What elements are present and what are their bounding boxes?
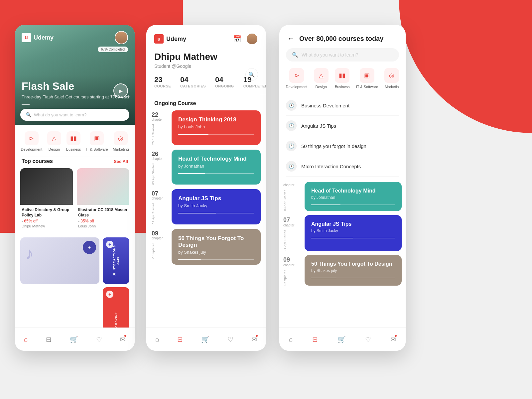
p3-chapter-label-3: chapter xyxy=(283,263,294,267)
bottom-nav-3: ⌂ ⊟ 🛒 ♡ ✉ xyxy=(279,328,406,351)
phone3-app-header: ← Over 80,000 courses today xyxy=(279,25,406,48)
home-icon-2: ⌂ xyxy=(155,335,159,343)
search-bar-1[interactable]: 🔍 What do you want to learn? xyxy=(20,109,129,121)
recent-item-4[interactable]: 🕐 MIcro Interaction Concepts xyxy=(286,156,399,177)
category-design[interactable]: △ Design xyxy=(47,131,61,151)
nav-heart[interactable]: ♡ xyxy=(96,335,102,343)
p3-date-1: 03 Apr Started xyxy=(283,190,287,211)
nav2-cart[interactable]: 🛒 xyxy=(201,335,209,343)
date-text-3: 01 Apr Started xyxy=(152,203,155,224)
progress-fill-2 xyxy=(178,173,205,174)
course-card-50things[interactable]: 50 Things You Forgot To Design by Shakes… xyxy=(172,229,261,265)
phone3-course-list: chapter 03 Apr Started Head of Technolog… xyxy=(279,182,406,286)
p3-title-1: Head of Technology Mind xyxy=(311,188,395,194)
nav2-bookmark[interactable]: ⊟ xyxy=(177,335,183,343)
cat3-it-software[interactable]: ▣ IT & Software xyxy=(356,68,378,89)
udemy-app-name-2: Udemy xyxy=(166,36,186,43)
course-row-1: 22 chapter 25 Jul Started Design Thinkin… xyxy=(152,110,261,145)
user-avatar[interactable] xyxy=(115,31,128,44)
thumb-sub-group: + UI INTERACTIONS #125 + MAGAZINE xyxy=(103,237,129,334)
course-card-author-4: by Shakes july xyxy=(178,250,254,255)
course-card-angular[interactable]: Angular JS Tips by Smith Jacky xyxy=(172,189,261,224)
search-placeholder-3: What do you want to learn? xyxy=(302,52,358,58)
ongoing-section-label: Ongoing Course xyxy=(146,95,266,110)
nav3-home[interactable]: ⌂ xyxy=(289,335,293,343)
phone2-app-header: u Udemy 📅 xyxy=(146,25,266,50)
stat-categories: 04 CATEGORIES xyxy=(180,75,206,88)
category-business[interactable]: ▮▮ Business xyxy=(66,131,81,151)
search-bar-3[interactable]: 🔍 What do you want to learn? xyxy=(286,48,399,62)
back-button[interactable]: ← xyxy=(287,34,295,43)
user-avatar-2[interactable] xyxy=(246,33,258,45)
thumbnail-ui-interactions[interactable]: + UI INTERACTIONS #125 xyxy=(103,237,129,284)
stat-ongoing-label: ONGOING xyxy=(215,84,234,88)
course-date-col-4: 09 chapter Completed xyxy=(152,229,168,265)
phone3-date-col-1: chapter 03 Apr Started xyxy=(283,182,301,211)
thumbnail-main[interactable]: ♪ + xyxy=(20,237,99,284)
udemy-app-name: Udemy xyxy=(34,34,54,41)
course-date-col-2: 26 chapter 03 Apr Started xyxy=(152,150,168,185)
category-development[interactable]: ⊳ Development xyxy=(21,131,42,151)
nav-message[interactable]: ✉ xyxy=(120,335,126,343)
bottom-nav-1: ⌂ ⊟ 🛒 ♡ ✉ xyxy=(15,328,135,351)
cat3-marketing[interactable]: ◎ Marketin xyxy=(384,68,399,89)
p3-chapter-label-2: chapter xyxy=(283,223,294,227)
category-it-software[interactable]: ▣ IT & Software xyxy=(86,131,108,151)
nav2-message[interactable]: ✉ xyxy=(251,335,257,343)
course-author-1: Dhipu Mathew xyxy=(22,224,71,228)
phone3-card-angular[interactable]: Angular JS Tips by Smith Jacky xyxy=(305,215,402,251)
course-card-technology[interactable]: Head of Technology Mind by Johnathan xyxy=(172,150,261,185)
recent-item-1[interactable]: 🕐 Business Develoment xyxy=(286,95,399,116)
recent-list: 🕐 Business Develoment 🕐 Angular JS Tips … xyxy=(279,95,406,182)
p3-fill-3 xyxy=(311,278,336,278)
nav-bookmark[interactable]: ⊟ xyxy=(46,335,52,343)
course-date-col-3: 07 chapter 01 Apr Started xyxy=(152,189,168,224)
see-all-button[interactable]: See All xyxy=(114,159,128,164)
course-card-2[interactable]: Illustrator CC 2018 Master Class - 35% o… xyxy=(77,168,129,228)
search-button[interactable]: 🔍 xyxy=(245,68,258,81)
chapter-num-2: 26 xyxy=(152,151,158,157)
thumbnail-magazine[interactable]: + MAGAZINE xyxy=(103,287,129,334)
ui-interactions-label: UI INTERACTIONS #125 xyxy=(113,241,119,281)
date-text-1: 25 Jul Started xyxy=(152,124,155,145)
avatar-image xyxy=(115,32,127,44)
nav2-heart[interactable]: ♡ xyxy=(227,335,233,343)
progress-bar-2 xyxy=(178,173,254,174)
thumb-play-icon: + xyxy=(83,241,96,254)
phone3-categories: ⊳ Development △ Design ▮▮ Business ▣ IT … xyxy=(279,68,406,95)
progress-bar-1 xyxy=(178,134,254,135)
nav2-home[interactable]: ⌂ xyxy=(155,335,159,343)
p3-author-1: by Johnathan xyxy=(311,195,395,200)
phone3-card-technology[interactable]: Head of Technology Mind by Johnathan xyxy=(305,182,402,211)
calendar-icon[interactable]: 📅 xyxy=(233,35,241,43)
course-info-2: Illustrator CC 2018 Master Class - 35% o… xyxy=(77,205,129,228)
nav3-heart[interactable]: ♡ xyxy=(365,335,371,343)
category-label: Development xyxy=(21,147,42,151)
nav-cart[interactable]: 🛒 xyxy=(70,335,78,343)
course-card-1[interactable]: Active Directory & Group Policy Lab - 65… xyxy=(20,168,73,228)
cat3-design-icon: △ xyxy=(314,68,329,83)
nav3-message[interactable]: ✉ xyxy=(390,335,396,343)
course-title-2: Illustrator CC 2018 Master Class xyxy=(78,207,128,218)
stat-completed-label: COMPLETED xyxy=(243,84,266,88)
recent-item-2[interactable]: 🕐 Angular JS Tips xyxy=(286,116,399,136)
phone3-card-50things[interactable]: 50 Things You Forgot To Design by Shakes… xyxy=(305,255,402,286)
search-icon: 🔍 xyxy=(26,112,31,117)
phone-screen-1: u Udemy 67% Completed Flash Sale Three-d… xyxy=(15,25,135,351)
cat3-development-label: Development xyxy=(286,85,308,89)
cat3-development[interactable]: ⊳ Development xyxy=(286,68,308,89)
stat-categories-label: CATEGORIES xyxy=(180,84,206,88)
progress-bar-4 xyxy=(178,259,254,260)
category-marketing[interactable]: ◎ Marketing xyxy=(113,131,129,151)
nav-home[interactable]: ⌂ xyxy=(24,335,28,343)
play-button[interactable]: ▶ xyxy=(113,83,128,98)
cat3-business[interactable]: ▮▮ Business xyxy=(335,68,350,89)
category-label: Business xyxy=(66,147,81,151)
course-card-design-thinking[interactable]: Design Thinking 2018 by Louis John xyxy=(172,110,261,145)
cat3-design[interactable]: △ Design xyxy=(314,68,329,89)
recent-item-3[interactable]: 🕐 50 things you forgot in design xyxy=(286,136,399,156)
udemy-logo-2: u Udemy xyxy=(154,34,186,44)
nav3-cart[interactable]: 🛒 xyxy=(337,335,346,343)
nav3-bookmark[interactable]: ⊟ xyxy=(312,335,318,343)
bookmark-icon-2: ⊟ xyxy=(177,335,183,343)
